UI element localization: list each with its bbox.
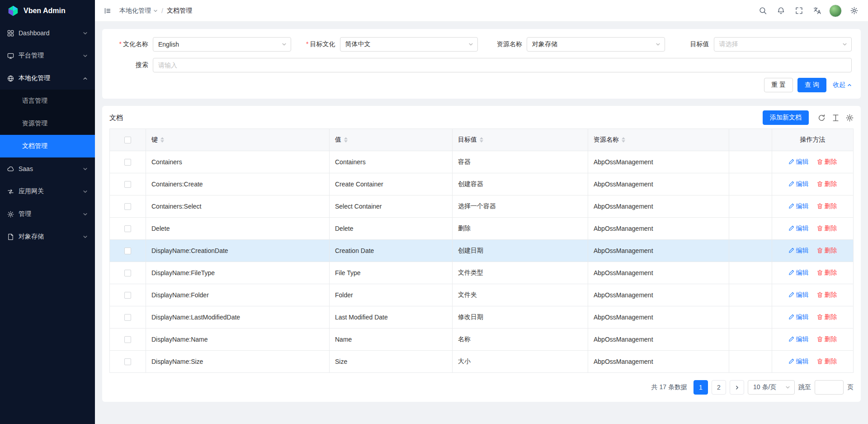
sidebar-item-resource[interactable]: 资源管理: [0, 112, 95, 135]
cell-value: Select Container: [330, 195, 453, 218]
culture-name-label: *文化名称: [111, 40, 153, 48]
translate-icon[interactable]: [809, 3, 825, 19]
edit-button[interactable]: 编辑: [788, 158, 809, 166]
cell-empty: [729, 262, 772, 284]
delete-button[interactable]: 删除: [817, 180, 837, 188]
sidebar-item-management[interactable]: 管理: [0, 203, 95, 225]
table-row[interactable]: Containers:SelectSelect Container选择一个容器A…: [110, 195, 854, 218]
table-row[interactable]: DisplayName:NameName名称AbpOssManagement编辑…: [110, 329, 854, 351]
row-checkbox[interactable]: [124, 270, 131, 276]
sidebar-item-platform[interactable]: 平台管理: [0, 44, 95, 67]
select-all-checkbox[interactable]: [124, 137, 131, 143]
jump-page-input[interactable]: [815, 380, 844, 395]
breadcrumb-separator: /: [161, 7, 163, 14]
cell-resource-name: AbpOssManagement: [588, 195, 729, 218]
chevron-down-icon: [83, 167, 88, 172]
row-checkbox[interactable]: [124, 314, 131, 321]
table-row[interactable]: DisplayName:LastModifiedDateLast Modifie…: [110, 306, 854, 329]
row-checkbox[interactable]: [124, 159, 131, 166]
table-row[interactable]: Containers:CreateCreate Container创建容器Abp…: [110, 173, 854, 195]
sidebar-item-document[interactable]: 文档管理: [0, 135, 95, 157]
sidebar-item-gateway[interactable]: 应用网关: [0, 180, 95, 203]
fullscreen-icon[interactable]: [791, 3, 807, 19]
cell-key: Delete: [146, 218, 330, 240]
edit-button[interactable]: 编辑: [788, 269, 809, 277]
edit-button[interactable]: 编辑: [788, 291, 809, 299]
sidebar-item-dashboard[interactable]: Dashboard: [0, 22, 95, 44]
page-button-1[interactable]: 1: [693, 380, 708, 395]
edit-button[interactable]: 编辑: [788, 313, 809, 321]
sort-icon[interactable]: [160, 137, 164, 143]
sidebar-item-language[interactable]: 语言管理: [0, 90, 95, 112]
row-checkbox[interactable]: [124, 248, 131, 254]
row-checkbox[interactable]: [124, 181, 131, 188]
table-row[interactable]: ContainersContainers容器AbpOssManagement编辑…: [110, 151, 854, 173]
row-checkbox[interactable]: [124, 203, 131, 210]
target-culture-select[interactable]: 简体中文: [340, 37, 478, 52]
add-document-button[interactable]: 添加新文档: [763, 110, 809, 125]
sidebar-item-saas[interactable]: Saas: [0, 157, 95, 180]
avatar[interactable]: [829, 5, 842, 17]
delete-button[interactable]: 删除: [817, 202, 837, 210]
edit-button[interactable]: 编辑: [788, 202, 809, 210]
search-input[interactable]: [153, 58, 852, 72]
delete-button[interactable]: 删除: [817, 247, 837, 255]
culture-name-select[interactable]: English: [153, 37, 291, 52]
delete-button[interactable]: 删除: [817, 291, 837, 299]
table-row[interactable]: DeleteDelete删除AbpOssManagement编辑删除: [110, 218, 854, 240]
next-page-button[interactable]: [730, 380, 744, 395]
table-row[interactable]: DisplayName:SizeSize大小AbpOssManagement编辑…: [110, 351, 854, 373]
edit-button[interactable]: 编辑: [788, 357, 809, 366]
query-button[interactable]: 查 询: [797, 78, 826, 92]
page-button-2[interactable]: 2: [712, 380, 726, 395]
target-value-select[interactable]: 请选择: [714, 37, 852, 52]
row-height-icon[interactable]: [832, 114, 840, 122]
column-header-target[interactable]: 目标值: [453, 129, 588, 151]
search-icon[interactable]: [755, 3, 770, 19]
table-row[interactable]: DisplayName:FolderFolder文件夹AbpOssManagem…: [110, 284, 854, 306]
chevron-down-icon: [785, 385, 790, 390]
sidebar-item-localization[interactable]: 本地化管理: [0, 67, 95, 90]
sort-icon[interactable]: [344, 137, 348, 143]
row-checkbox[interactable]: [124, 292, 131, 299]
refresh-icon[interactable]: [818, 114, 826, 122]
page-size-select[interactable]: 10 条/页: [748, 380, 795, 395]
breadcrumb-current: 文档管理: [167, 7, 192, 15]
sidebar-item-label: 管理: [19, 210, 78, 218]
edit-button[interactable]: 编辑: [788, 247, 809, 255]
delete-button[interactable]: 删除: [817, 269, 837, 277]
menu-fold-icon[interactable]: [100, 4, 115, 18]
logo[interactable]: Vben Admin: [0, 0, 95, 22]
reset-button[interactable]: 重 置: [764, 78, 793, 92]
edit-button[interactable]: 编辑: [788, 335, 809, 343]
settings-gear-icon[interactable]: [846, 3, 862, 19]
cell-empty: [729, 151, 772, 173]
chevron-down-icon: [83, 31, 88, 36]
sort-icon[interactable]: [480, 137, 483, 143]
row-checkbox[interactable]: [124, 358, 131, 365]
column-header-value[interactable]: 值: [330, 129, 453, 151]
cell-empty: [729, 351, 772, 373]
delete-button[interactable]: 删除: [817, 158, 837, 166]
breadcrumb-parent[interactable]: 本地化管理: [119, 7, 158, 15]
table-row[interactable]: DisplayName:FileTypeFile Type文件类型AbpOssM…: [110, 262, 854, 284]
field-resource-name: 资源名称 对象存储: [485, 37, 665, 52]
delete-button[interactable]: 删除: [817, 357, 837, 366]
sort-icon[interactable]: [622, 137, 625, 143]
column-header-resource[interactable]: 资源名称: [588, 129, 729, 151]
edit-button[interactable]: 编辑: [788, 180, 809, 188]
column-header-key[interactable]: 键: [146, 129, 330, 151]
bell-icon[interactable]: [773, 3, 788, 19]
row-checkbox[interactable]: [124, 336, 131, 343]
delete-button[interactable]: 删除: [817, 224, 837, 233]
table-row[interactable]: DisplayName:CreationDateCreation Date创建日…: [110, 240, 854, 262]
main-area: 本地化管理 / 文档管理 *文化名称: [95, 0, 868, 424]
collapse-link[interactable]: 收起: [833, 81, 852, 89]
edit-button[interactable]: 编辑: [788, 224, 809, 233]
resource-name-select[interactable]: 对象存储: [527, 37, 665, 52]
column-settings-icon[interactable]: [846, 114, 854, 122]
delete-button[interactable]: 删除: [817, 335, 837, 343]
row-checkbox[interactable]: [124, 225, 131, 232]
sidebar-item-storage[interactable]: 对象存储: [0, 225, 95, 248]
delete-button[interactable]: 删除: [817, 313, 837, 321]
